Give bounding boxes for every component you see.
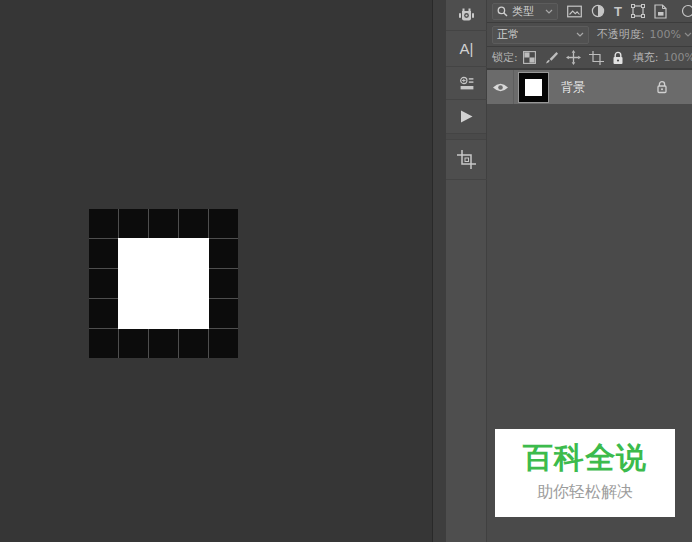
layer-filter-dropdown[interactable]: 类型 [492,3,558,20]
padlock-icon [612,51,624,65]
pixel-cell [119,209,148,238]
pixel-cell [179,209,208,238]
layer-thumbnail[interactable] [518,72,549,103]
fill-label: 填充: [633,50,659,65]
layer-lock-icon [656,80,668,94]
filter-smart-objects-button[interactable] [654,4,667,19]
brush-icon [544,51,558,65]
layer-thumbnail-art [525,79,542,96]
layer-name: 背景 [561,79,585,96]
pixel-cell [209,299,238,328]
blend-mode-value: 正常 [497,27,519,42]
lock-position-button[interactable] [566,50,581,65]
visibility-toggle[interactable] [487,70,514,104]
pixel-cell [89,209,118,238]
canvas[interactable] [0,0,432,542]
pixel-cell [149,269,178,298]
pixel-cell [119,239,148,268]
filter-pixel-layers-button[interactable] [567,5,582,18]
dock-button-libraries[interactable] [446,67,487,100]
panel-dock: A| [446,0,487,542]
filter-icon-group: T [567,4,692,19]
layer-row-background[interactable]: 背景 [487,70,692,104]
blend-mode-dropdown[interactable]: 正常 [492,26,589,44]
robot-icon [458,7,475,23]
layer-filter-kind-label: 类型 [512,4,534,19]
pixel-cell [119,269,148,298]
pixel-cell [89,239,118,268]
partial-filter-icon [678,4,692,18]
type-filter-icon: T [614,4,622,19]
fill-value-field[interactable]: 100% [663,51,692,64]
chevron-down-icon [684,32,692,37]
dock-button-character-panel[interactable]: A| [446,31,487,67]
filter-type-layers-button[interactable]: T [614,4,622,19]
eye-icon [492,82,509,93]
image-icon [567,5,582,18]
dock-button-crop[interactable] [446,140,487,180]
chevron-down-icon [545,9,553,14]
half-circle-icon [591,4,605,18]
search-icon [497,6,508,17]
dock-button-robot[interactable] [446,0,487,31]
watermark: 百科全说 助你轻松解决 [495,429,675,517]
lock-transparency-button[interactable] [523,51,536,64]
opacity-value: 100% [650,28,681,41]
libraries-icon [459,76,475,91]
artboard-frame-icon [589,51,604,65]
filter-adjustment-layers-button[interactable] [591,4,605,18]
pixel-cell [209,269,238,298]
panel-divider[interactable] [432,0,446,542]
pixel-cell [89,299,118,328]
pixel-cell [149,209,178,238]
lock-row: 锁定: [487,47,692,70]
lock-label: 锁定: [492,50,518,65]
lock-pixels-button[interactable] [544,51,558,65]
smart-object-icon [654,4,667,19]
crop-icon [457,150,476,169]
lock-artboard-button[interactable] [589,51,604,65]
pixel-cell [179,239,208,268]
play-icon [459,109,474,124]
fill-value: 100% [663,51,692,64]
pixel-art-grid [89,209,238,358]
dock-group-separator [446,133,486,140]
checkerboard-icon [523,51,536,64]
opacity-label: 不透明度: [597,27,645,42]
pixel-cell [119,299,148,328]
photoshop-window: A| [0,0,692,542]
pixel-cell [149,299,178,328]
shape-rect-icon [631,4,645,18]
dock-button-actions[interactable] [446,100,487,133]
pixel-cell [209,239,238,268]
pixel-cell [179,269,208,298]
pixel-cell [179,299,208,328]
pixel-cell [89,269,118,298]
move-arrows-icon [566,50,581,65]
layers-panel: 类型 [487,0,692,542]
blend-row: 正常 不透明度: 100% [487,23,692,47]
pixel-cell [119,329,148,358]
chevron-down-icon [576,32,584,37]
filter-extra-button[interactable] [678,4,692,18]
pixel-cell [149,329,178,358]
pixel-cell [209,329,238,358]
watermark-subtitle: 助你轻松解决 [495,482,675,503]
layer-filter-row: 类型 [487,0,692,23]
lock-icon-group [523,50,624,65]
pixel-cell [179,329,208,358]
character-panel-icon: A| [460,40,474,57]
pixel-cell [89,329,118,358]
opacity-value-field[interactable]: 100% [650,28,692,41]
pixel-cell [209,209,238,238]
lock-all-button[interactable] [612,51,624,65]
filter-shape-layers-button[interactable] [631,4,645,18]
watermark-title: 百科全说 [495,438,675,479]
pixel-cell [149,239,178,268]
